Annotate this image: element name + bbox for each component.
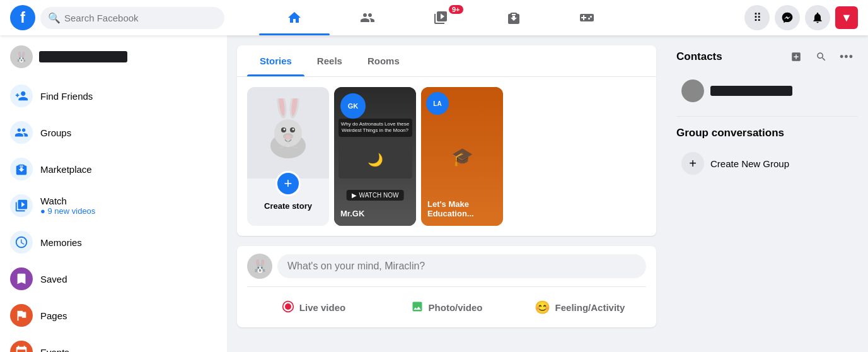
lmes-story-name: Let's Make Education... (427, 199, 497, 218)
marketplace-icon (10, 158, 33, 180)
sidebar-groups-label: Groups (40, 127, 71, 138)
create-story-plus-icon: + (275, 171, 301, 196)
live-video-icon (282, 300, 294, 315)
groups-icon (10, 121, 33, 144)
sidebar-item-events[interactable]: Events (5, 334, 222, 352)
tab-reels[interactable]: Reels (304, 45, 355, 76)
watch-icon (10, 194, 33, 217)
plus-icon: + (681, 152, 704, 175)
search-icon: 🔍 (48, 12, 61, 24)
create-story-bg-image (247, 87, 329, 179)
sidebar-item-saved[interactable]: Saved (5, 261, 222, 296)
facebook-logo[interactable]: f (10, 5, 35, 30)
topnav-left: f 🔍 (10, 5, 224, 30)
topnav: f 🔍 9+ ⠿ ▼ (0, 0, 868, 35)
stories-content: + Create story Why do Astronauts Love th… (237, 77, 656, 236)
main-content: Stories Reels Rooms (227, 35, 666, 352)
group-conversations-title: Group conversations (676, 127, 858, 139)
nav-watch-button[interactable]: 9+ (405, 3, 476, 33)
watch-new-videos: ● 9 new videos (40, 206, 95, 216)
watch-now-badge: ▶WATCH NOW (347, 190, 404, 201)
watch-info: Watch ● 9 new videos (40, 196, 95, 216)
create-group-label: Create New Group (710, 158, 789, 169)
create-story-card[interactable]: + Create story (247, 87, 329, 226)
sidebar-item-marketplace[interactable]: Marketplace (5, 151, 222, 187)
username-redacted (39, 51, 127, 62)
right-sidebar: Contacts ••• Group conversations (666, 35, 868, 352)
feeling-label: Feeling/Activity (555, 302, 625, 313)
sidebar-events-label: Events (40, 347, 69, 353)
search-contacts-button[interactable] (810, 45, 833, 68)
search-input[interactable] (64, 13, 217, 23)
memories-icon (10, 231, 33, 254)
sidebar-watch-label: Watch (40, 196, 95, 206)
watch-badge: 9+ (449, 5, 463, 14)
create-new-group-button[interactable]: + Create New Group (676, 147, 858, 180)
sidebar-item-memories[interactable]: Memories (5, 225, 222, 260)
feeling-icon: 😊 (535, 300, 550, 315)
mrgk-avatar: GK (340, 93, 366, 119)
contacts-title: Contacts (676, 50, 722, 63)
sidebar-find-friends-label: Find Friends (40, 91, 93, 102)
sidebar-item-pages[interactable]: Pages (5, 298, 222, 333)
photo-video-label: Photo/video (429, 302, 483, 313)
post-input-row: 🐰 (247, 254, 646, 279)
live-video-button[interactable]: Live video (247, 295, 380, 320)
saved-icon (10, 267, 33, 290)
account-dropdown-button[interactable]: ▼ (835, 6, 858, 29)
post-actions: Live video Photo/video 😊 Feeling/Activit… (247, 286, 646, 320)
grid-icon-button[interactable]: ⠿ (744, 5, 770, 30)
tab-rooms[interactable]: Rooms (355, 45, 412, 76)
stories-tabs: Stories Reels Rooms (237, 45, 656, 77)
search-bar-container[interactable]: 🔍 (40, 7, 224, 29)
stories-card: Stories Reels Rooms (237, 45, 656, 236)
topnav-center: 9+ (224, 3, 656, 33)
nav-marketplace-button[interactable] (478, 3, 549, 33)
events-icon (10, 341, 33, 352)
sidebar-memories-label: Memories (40, 237, 82, 248)
find-friends-icon (10, 85, 33, 107)
svg-point-8 (284, 128, 286, 130)
contacts-actions: ••• (785, 45, 858, 68)
more-contacts-button[interactable]: ••• (835, 45, 858, 68)
contacts-divider (676, 116, 858, 117)
topnav-right: ⠿ ▼ (656, 5, 858, 30)
mrgk-story-name: Mr.GK (340, 209, 410, 218)
contact-avatar (681, 79, 704, 102)
live-video-label: Live video (299, 302, 345, 313)
left-sidebar: 🐰 Find Friends Groups Marketplace (0, 35, 227, 352)
contacts-header: Contacts ••• (676, 45, 858, 68)
contact-item[interactable] (676, 76, 858, 106)
post-user-avatar: 🐰 (247, 254, 272, 279)
nav-gaming-button[interactable] (552, 3, 622, 33)
photo-video-icon (411, 300, 424, 315)
post-box: 🐰 Live video Photo/video 😊 (237, 246, 656, 327)
feeling-activity-button[interactable]: 😊 Feeling/Activity (513, 295, 646, 320)
story-card-mrgk[interactable]: Why do Astronauts Love these Weirdest Th… (334, 87, 416, 226)
bell-icon-button[interactable] (805, 5, 830, 30)
sidebar-marketplace-label: Marketplace (40, 164, 92, 175)
page-body: 🐰 Find Friends Groups Marketplace (0, 0, 868, 352)
nav-friends-button[interactable] (332, 3, 403, 33)
nav-home-button[interactable] (259, 3, 330, 33)
add-contact-button[interactable] (785, 45, 807, 68)
sidebar-item-watch[interactable]: Watch ● 9 new videos (5, 188, 222, 223)
pages-icon (10, 304, 33, 327)
create-story-label: Create story (264, 201, 312, 211)
svg-point-12 (285, 303, 291, 310)
sidebar-saved-label: Saved (40, 274, 67, 285)
photo-video-button[interactable]: Photo/video (380, 295, 513, 320)
sidebar-item-groups[interactable]: Groups (5, 115, 222, 150)
svg-point-9 (292, 128, 294, 130)
contact-name-redacted (710, 86, 792, 96)
story-card-lmes[interactable]: 🎓 LA Let's Make Education... (421, 87, 503, 226)
post-input[interactable] (277, 254, 646, 278)
tab-stories[interactable]: Stories (247, 45, 304, 76)
user-profile-bar[interactable]: 🐰 (5, 40, 222, 73)
sidebar-pages-label: Pages (40, 310, 67, 321)
sidebar-item-find-friends[interactable]: Find Friends (5, 78, 222, 114)
user-avatar: 🐰 (10, 45, 33, 68)
messenger-icon-button[interactable] (775, 5, 800, 30)
